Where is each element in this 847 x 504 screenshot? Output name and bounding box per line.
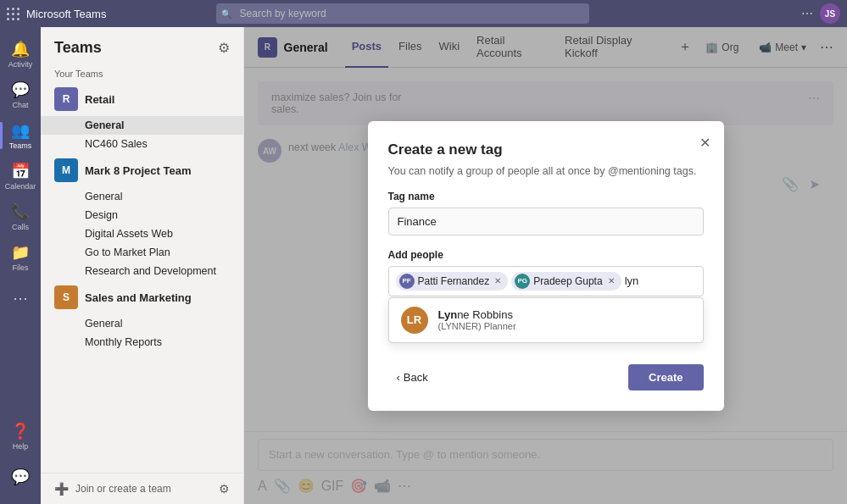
team-item-retail[interactable]: R Retail ⋯ [41, 82, 243, 116]
sidebar-item-calendar[interactable]: 📅 Calendar [0, 156, 41, 197]
modal-close-button[interactable]: ✕ [699, 135, 710, 151]
sidebar-item-activity[interactable]: 🔔 Activity [0, 34, 41, 75]
patti-avatar: PF [399, 274, 415, 289]
calls-label: Calls [12, 223, 29, 231]
modal-footer: ‹ Back Create [388, 364, 704, 390]
sidebar-item-feedback[interactable]: 💬 [0, 457, 41, 497]
channel-item-monthly-reports[interactable]: Monthly Reports [41, 333, 243, 352]
apps-icon[interactable] [7, 8, 20, 20]
add-people-label: Add people [388, 249, 704, 261]
retail-team-name: Retail [85, 93, 216, 106]
back-arrow-icon: ‹ [397, 371, 400, 384]
pradeep-remove-button[interactable]: ✕ [608, 276, 615, 285]
teams-panel-title: Teams [54, 39, 102, 57]
app-sidebar: 🔔 Activity 💬 Chat 👥 Teams 📅 Calendar 📞 C… [0, 27, 41, 504]
sidebar-item-chat[interactable]: 💬 Chat [0, 75, 41, 115]
lynne-suggestion-name: Lynne Robbins [438, 308, 691, 321]
patti-remove-button[interactable]: ✕ [494, 276, 501, 285]
team-item-sales[interactable]: S Sales and Marketing ⋯ [41, 280, 243, 314]
teams-panel: Teams ⚙ Your Teams R Retail ⋯ General NC… [41, 27, 244, 504]
sidebar-item-teams[interactable]: 👥 Teams [0, 115, 41, 156]
name-highlight: Lyn [438, 308, 458, 321]
topbar-right: ⋯ JS [801, 3, 840, 24]
activity-icon: 🔔 [11, 40, 30, 58]
activity-label: Activity [8, 60, 33, 69]
channel-item-design[interactable]: Design [41, 206, 243, 224]
user-avatar[interactable]: JS [820, 3, 840, 24]
mark8-team-avatar: M [54, 158, 78, 182]
sidebar-item-calls[interactable]: 📞 Calls [0, 197, 41, 237]
channel-item-general-mark8[interactable]: General [41, 187, 243, 206]
feedback-icon: 💬 [11, 468, 30, 486]
app-topbar: Microsoft Teams ⋯ JS [0, 0, 847, 27]
app-title: Microsoft Teams [26, 8, 106, 20]
search-bar [216, 3, 589, 24]
calendar-icon: 📅 [11, 162, 30, 180]
files-label: Files [12, 263, 28, 272]
tag-name-input[interactable] [388, 208, 704, 235]
chat-label: Chat [12, 101, 28, 109]
modal-title: Create a new tag [388, 141, 704, 158]
join-create-team[interactable]: ➕ Join or create a team ⚙ [41, 473, 243, 504]
person-tag-patti: PF Patti Fernandez ✕ [396, 272, 509, 291]
channel-item-digital-assets[interactable]: Digital Assets Web [41, 224, 243, 243]
suggestion-item-lynne[interactable]: LR Lynne Robbins (LYNNER) Planner [389, 298, 703, 342]
main-content: R General Posts Files Wiki Retail Accoun… [244, 27, 847, 504]
lynne-suggestion-role: (LYNNER) Planner [438, 321, 691, 331]
sidebar-item-more[interactable]: ⋯ [0, 278, 41, 318]
sidebar-item-files[interactable]: 📁 Files [0, 237, 41, 278]
settings-icon[interactable]: ⚙ [219, 482, 230, 496]
sales-team-avatar: S [54, 285, 78, 309]
teams-icon: 👥 [11, 121, 30, 140]
suggestion-dropdown: LR Lynne Robbins (LYNNER) Planner [388, 297, 704, 343]
create-tag-modal: ✕ Create a new tag You can notify a grou… [368, 121, 724, 411]
channel-item-research[interactable]: Research and Development [41, 262, 243, 280]
help-icon: ❓ [11, 422, 30, 440]
modal-description: You can notify a group of people all at … [388, 165, 704, 177]
create-button[interactable]: Create [628, 364, 703, 390]
search-input[interactable] [216, 3, 589, 24]
channel-item-general-retail[interactable]: General [41, 116, 243, 135]
join-team-text: Join or create a team [75, 483, 171, 495]
channel-item-general-sales[interactable]: General [41, 314, 243, 333]
pradeep-avatar: PG [515, 274, 530, 289]
channel-item-go-to-market[interactable]: Go to Market Plan [41, 243, 243, 262]
retail-team-avatar: R [54, 87, 78, 111]
patti-name: Patti Fernandez [418, 275, 490, 287]
lynne-suggestion-info: Lynne Robbins (LYNNER) Planner [438, 308, 691, 331]
teams-panel-header: Teams ⚙ [41, 27, 243, 65]
calendar-label: Calendar [5, 182, 36, 191]
topbar-more-icon[interactable]: ⋯ [801, 7, 813, 20]
more-icon: ⋯ [13, 289, 28, 307]
lynne-suggestion-avatar: LR [401, 307, 428, 334]
sales-team-name: Sales and Marketing [85, 291, 216, 304]
filter-icon[interactable]: ⚙ [218, 40, 230, 56]
tag-name-label: Tag name [388, 191, 704, 202]
mark8-team-name: Mark 8 Project Team [85, 164, 216, 177]
name-rest: ne Robbins [457, 308, 513, 321]
back-label: Back [404, 371, 428, 384]
people-search-input[interactable] [625, 274, 696, 287]
calls-icon: 📞 [11, 202, 30, 221]
channel-item-nc460[interactable]: NC460 Sales [41, 135, 243, 153]
join-team-icon: ➕ [54, 482, 69, 496]
back-button[interactable]: ‹ Back [388, 366, 437, 389]
help-label: Help [13, 442, 29, 451]
team-item-mark8[interactable]: M Mark 8 Project Team ⋯ [41, 153, 243, 187]
files-icon: 📁 [11, 243, 30, 262]
teams-label: Teams [9, 141, 32, 150]
person-tag-pradeep: PG Pradeep Gupta ✕ [511, 272, 621, 291]
sidebar-item-help[interactable]: ❓ Help [0, 416, 41, 457]
modal-overlay: ✕ Create a new tag You can notify a grou… [244, 27, 847, 504]
your-teams-label: Your Teams [41, 65, 243, 82]
people-input-container[interactable]: PF Patti Fernandez ✕ PG Pradeep Gupta ✕ [388, 266, 704, 296]
pradeep-name: Pradeep Gupta [533, 275, 602, 287]
teams-list: Your Teams R Retail ⋯ General NC460 Sale… [41, 65, 243, 473]
chat-icon: 💬 [11, 80, 30, 99]
